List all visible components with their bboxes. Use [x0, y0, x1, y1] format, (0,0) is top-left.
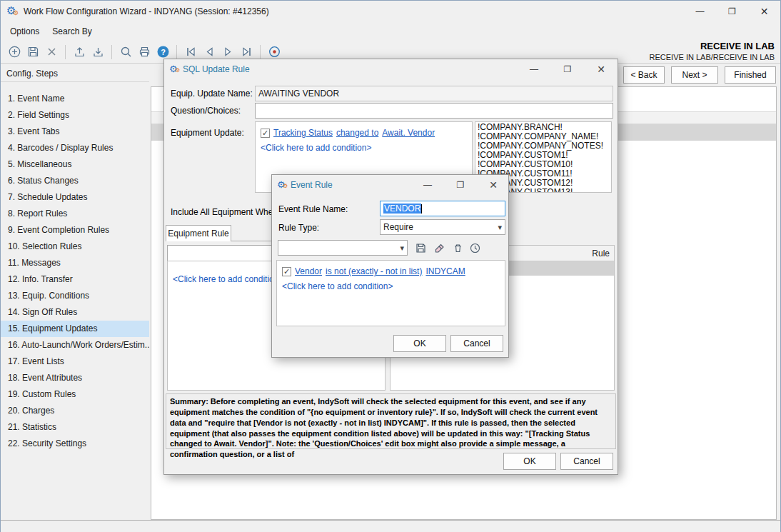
equip-update-name-label: Equip. Update Name: [171, 89, 253, 99]
selected-text: VENDOR [383, 204, 421, 214]
sidebar-item[interactable]: 13. Equip. Conditions [1, 288, 149, 304]
rule-value-link[interactable]: INDYCAM [425, 266, 465, 276]
question-choices-label: Question/Choices: [171, 106, 241, 116]
sidebar-item[interactable]: 16. Auto-Launch/Work Orders/Estim... [1, 337, 149, 353]
maximize-icon[interactable]: ❐ [716, 1, 748, 22]
dialog-icon: ⚙⚙ [169, 63, 182, 76]
close-icon[interactable]: ✕ [483, 175, 504, 195]
sidebar-item[interactable]: 22. Security Settings [1, 436, 149, 452]
sidebar-item[interactable]: 15. Equipment Updates [1, 321, 149, 337]
sidebar-item[interactable]: 2. Field Settings [1, 107, 149, 124]
rule-type-label: Rule Type: [278, 223, 319, 233]
sidebar-item[interactable]: 7. Schedule Updates [1, 189, 149, 206]
chevron-down-icon: ▾ [400, 244, 404, 253]
history-clock-icon[interactable] [467, 240, 483, 256]
back-button[interactable]: < Back [623, 66, 665, 84]
cancel-button[interactable]: Cancel [450, 335, 503, 352]
sidebar-item[interactable]: 11. Messages [1, 255, 149, 271]
target-icon[interactable] [265, 44, 283, 61]
window-titlebar: ⚙⚙ Work Flow Configuration Wizard - INDY… [1, 1, 780, 22]
sql-dialog-titlebar[interactable]: ⚙⚙ SQL Update Rule — ❐ ✕ [164, 59, 618, 79]
add-condition-link[interactable]: <Click here to add condition> [261, 143, 371, 153]
sidebar-item[interactable]: 21. Statistics [1, 419, 149, 436]
question-choices-field[interactable] [255, 103, 613, 119]
ok-button[interactable]: OK [393, 335, 446, 352]
equip-update-name-field[interactable]: AWAITING VENDOR [255, 86, 613, 101]
equipment-add-condition-link[interactable]: <Click here to add condition> [173, 274, 283, 284]
text-caret [421, 204, 422, 214]
rule-value-link[interactable]: Await. Vendor [382, 128, 435, 138]
finished-button[interactable]: Finished [725, 66, 776, 84]
window-title: Work Flow Configuration Wizard - INDYANG… [24, 6, 269, 16]
tab-equipment-rule[interactable]: Equipment Rule [166, 225, 231, 241]
dialog-title: Event Rule [291, 180, 333, 190]
sidebar-item[interactable]: 8. Report Rules [1, 206, 149, 222]
minimize-icon[interactable]: — [522, 59, 546, 79]
sidebar-item[interactable]: 20. Charges [1, 403, 149, 419]
sidebar-item[interactable]: 17. Event Lists [1, 353, 149, 370]
minimize-icon[interactable]: — [417, 175, 438, 195]
sidebar-separator [1, 81, 149, 82]
print-icon[interactable] [135, 44, 153, 61]
delete-icon[interactable] [42, 44, 61, 61]
sidebar-item[interactable]: 1. Event Name [1, 91, 149, 107]
include-all-equipment-label: Include All Equipment Wher [171, 207, 276, 217]
add-icon[interactable] [5, 44, 24, 61]
event-rule-panel: ✓ Vendor is not (exactly - not in list) … [276, 260, 505, 326]
equipment-update-label: Equipment Update: [171, 128, 244, 138]
menu-item[interactable]: Options [4, 24, 46, 39]
sidebar-item[interactable]: 14. Sign Off Rules [1, 304, 149, 321]
toolbar-separator [260, 45, 261, 59]
ok-button[interactable]: OK [503, 453, 556, 470]
sidebar-item[interactable]: 19. Custom Rules [1, 386, 149, 403]
trash-icon[interactable] [450, 240, 465, 256]
import-icon[interactable] [89, 44, 107, 61]
add-condition-link[interactable]: <Click here to add condition> [282, 281, 393, 291]
dialog-title: SQL Update Rule [183, 64, 250, 74]
rule-operator-link[interactable]: changed to [336, 128, 378, 138]
export-icon[interactable] [70, 44, 89, 61]
sidebar-item[interactable]: 5. Miscellaneous [1, 156, 149, 173]
toolbar-separator [111, 45, 112, 59]
minimize-icon[interactable]: — [684, 1, 716, 22]
nav-first-icon[interactable] [181, 44, 200, 61]
close-icon[interactable]: ✕ [589, 59, 613, 79]
menu-item[interactable]: Search By [46, 24, 98, 39]
rule-field-link[interactable]: Tracking Status [273, 128, 333, 138]
rule-enabled-checkbox[interactable]: ✓ [261, 129, 270, 138]
svg-text:?: ? [161, 48, 166, 56]
eraser-icon[interactable] [431, 240, 447, 256]
search-icon[interactable] [116, 44, 135, 61]
event-dialog-titlebar[interactable]: ⚙⚙ Event Rule — ❐ ✕ [272, 175, 508, 195]
maximize-icon[interactable]: ❐ [450, 175, 471, 195]
toolbar-separator [65, 45, 66, 59]
config-steps-title: Config. Steps [6, 69, 58, 79]
sidebar-item[interactable]: 6. Status Changes [1, 173, 149, 189]
sidebar-item[interactable]: 9. Event Completion Rules [1, 222, 149, 239]
event-rule-name-field[interactable]: VENDOR [380, 201, 505, 216]
sidebar-item[interactable]: 18. Event Attributes [1, 370, 149, 386]
sidebar-item[interactable]: 4. Barcodes / Display Rules [1, 140, 149, 156]
save-icon[interactable] [24, 44, 42, 61]
summary-text: Summary: Before completing an event, Ind… [166, 393, 616, 449]
help-icon[interactable]: ? [153, 44, 172, 61]
nav-last-icon[interactable] [237, 44, 256, 61]
close-icon[interactable]: ✕ [748, 1, 780, 22]
rule-enabled-checkbox[interactable]: ✓ [282, 267, 291, 276]
rule-type-dropdown[interactable]: Require ▾ [380, 219, 505, 235]
next-button[interactable]: Next > [671, 66, 718, 84]
rule-operator-link[interactable]: is not (exactly - not in list) [326, 266, 422, 276]
event-rule-name-label: Event Rule Name: [278, 204, 348, 214]
nav-prev-icon[interactable] [200, 44, 218, 61]
sidebar-item[interactable]: 12. Info. Transfer [1, 271, 149, 288]
main-window: ⚙⚙ Work Flow Configuration Wizard - INDY… [0, 0, 781, 532]
saved-rule-combobox[interactable]: ▾ [278, 240, 408, 256]
rule-field-link[interactable]: Vendor [295, 266, 322, 276]
cancel-button[interactable]: Cancel [560, 453, 613, 470]
sidebar-item[interactable]: 3. Event Tabs [1, 124, 149, 140]
maximize-icon[interactable]: ❐ [555, 59, 580, 79]
nav-next-icon[interactable] [218, 44, 237, 61]
dialog-icon: ⚙⚙ [277, 179, 290, 191]
sidebar-item[interactable]: 10. Selection Rules [1, 239, 149, 255]
save-rule-icon[interactable] [413, 240, 428, 256]
